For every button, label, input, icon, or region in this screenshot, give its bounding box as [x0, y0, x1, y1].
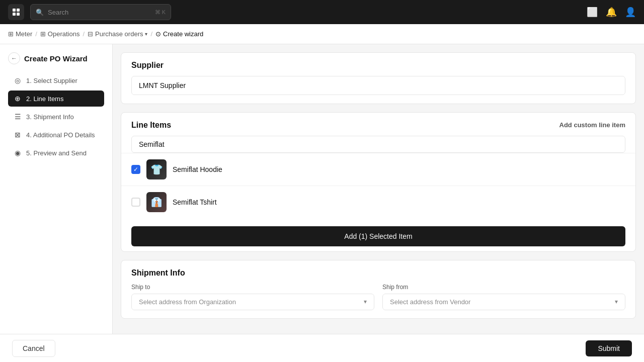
shipment-grid: Ship to Select address from Organization…: [121, 284, 635, 319]
search-shortcut: ⌘ K: [155, 9, 166, 16]
ship-to-placeholder: Select address from Organization: [139, 298, 236, 306]
tshirt-thumbnail: [146, 192, 167, 212]
supplier-card: Supplier LMNT Supplier: [121, 52, 636, 104]
eye-icon: ◉: [13, 149, 22, 157]
footer: Cancel Submit: [0, 334, 644, 362]
user-icon[interactable]: 👤: [625, 7, 636, 18]
ship-from-placeholder: Select address from Vendor: [390, 298, 470, 306]
doc-icon: ☰: [13, 113, 22, 121]
sidebar-item-preview-send[interactable]: ◉ 5. Preview and Send: [8, 145, 104, 161]
sidebar-title: Create PO Wizard: [24, 54, 88, 63]
sidebar-step-3-label: 3. Shipment Info: [26, 113, 74, 121]
topbar: 🔍 Search ⌘ K ⬜ 🔔 👤: [0, 0, 644, 24]
shipment-title: Shipment Info: [131, 268, 185, 278]
sidebar-item-select-supplier[interactable]: ◎ 1. Select Supplier: [8, 72, 104, 88]
supplier-value: LMNT Supplier: [131, 76, 625, 95]
breadcrumb-operations[interactable]: ⊞ Operations: [40, 30, 80, 38]
app-logo[interactable]: [8, 4, 24, 20]
hoodie-thumbnail: [146, 159, 167, 179]
workflow-icon: ⊙: [155, 30, 161, 38]
shipment-card-header: Shipment Info: [121, 260, 635, 284]
breadcrumb-sep-1: /: [35, 30, 37, 38]
line-item-tshirt: Semiflat Tshirt: [121, 186, 635, 218]
hoodie-name: Semiflat Hoodie: [173, 165, 222, 173]
dropdown-icon: ▾: [145, 31, 147, 37]
supplier-card-header: Supplier: [121, 53, 635, 76]
ship-from-label: Ship from: [382, 284, 625, 291]
submit-button[interactable]: Submit: [586, 340, 632, 356]
shipment-card: Shipment Info Ship to Select address fro…: [121, 260, 636, 319]
circle-check-icon: ◎: [13, 76, 22, 84]
main-content: Supplier LMNT Supplier Line Items Add cu…: [113, 44, 644, 362]
back-arrow-icon: ←: [8, 52, 20, 64]
line-items-search[interactable]: [131, 136, 625, 153]
breadcrumb-sep-3: /: [150, 30, 152, 38]
breadcrumb-meter[interactable]: ⊞ Meter: [8, 30, 32, 38]
ship-to-field: Ship to Select address from Organization…: [131, 284, 374, 310]
ship-to-chevron-icon: ▾: [364, 298, 367, 305]
box-icon: ⊠: [13, 131, 22, 139]
supplier-card-body: LMNT Supplier: [121, 76, 635, 104]
grid-icon: ⊞: [40, 30, 46, 38]
main-layout: ← Create PO Wizard ◎ 1. Select Supplier …: [0, 44, 644, 362]
tshirt-checkbox[interactable]: [131, 198, 140, 207]
add-custom-link[interactable]: Add custom line item: [559, 121, 625, 129]
ship-from-field: Ship from Select address from Vendor ▾: [382, 284, 625, 310]
search-icon: 🔍: [36, 9, 44, 16]
svg-rect-3: [17, 13, 20, 16]
breadcrumb-sep-2: /: [83, 30, 85, 38]
sidebar-step-2-label: 2. Line Items: [26, 95, 63, 103]
sidebar-item-shipment[interactable]: ☰ 3. Shipment Info: [8, 109, 104, 125]
hoodie-checkbox[interactable]: ✓: [131, 165, 140, 174]
sidebar: ← Create PO Wizard ◎ 1. Select Supplier …: [0, 44, 113, 362]
line-items-title: Line Items: [131, 121, 171, 130]
bell-icon[interactable]: 🔔: [606, 7, 617, 18]
back-button[interactable]: ← Create PO Wizard: [8, 52, 104, 64]
sidebar-step-5-label: 5. Preview and Send: [26, 149, 87, 157]
topbar-actions: ⬜ 🔔 👤: [587, 7, 636, 18]
breadcrumb-create-wizard: ⊙ Create wizard: [155, 30, 203, 38]
sidebar-item-line-items[interactable]: ⊕ 2. Line Items: [8, 90, 104, 107]
svg-rect-0: [13, 9, 16, 12]
tshirt-name: Semiflat Tshirt: [173, 198, 217, 206]
add-selected-button[interactable]: Add (1) Selected Item: [131, 226, 625, 246]
svg-rect-1: [17, 9, 20, 12]
list-icon: ⊕: [13, 95, 22, 103]
line-items-header: Line Items Add custom line item: [121, 113, 635, 136]
ship-to-label: Ship to: [131, 284, 374, 291]
search-bar[interactable]: 🔍 Search ⌘ K: [30, 4, 171, 20]
supplier-title: Supplier: [131, 61, 164, 70]
line-items-card: Line Items Add custom line item ✓ Semifl…: [121, 112, 636, 252]
svg-rect-2: [13, 13, 16, 16]
ship-to-select[interactable]: Select address from Organization ▾: [131, 294, 374, 310]
breadcrumb: ⊞ Meter / ⊞ Operations / ⊟ Purchase orde…: [0, 24, 644, 44]
cancel-button[interactable]: Cancel: [12, 340, 55, 357]
home-icon: ⊞: [8, 30, 14, 38]
ship-from-select[interactable]: Select address from Vendor ▾: [382, 294, 625, 310]
breadcrumb-purchase-orders[interactable]: ⊟ Purchase orders ▾: [88, 30, 147, 38]
inbox-icon[interactable]: ⬜: [587, 7, 598, 18]
sidebar-item-additional-po[interactable]: ⊠ 4. Additional PO Details: [8, 127, 104, 143]
line-item-hoodie: ✓ Semiflat Hoodie: [121, 153, 635, 186]
sidebar-step-4-label: 4. Additional PO Details: [26, 131, 95, 139]
sidebar-step-1-label: 1. Select Supplier: [26, 77, 77, 84]
search-placeholder: Search: [48, 9, 68, 16]
table-icon: ⊟: [88, 30, 93, 38]
ship-from-chevron-icon: ▾: [615, 298, 618, 305]
